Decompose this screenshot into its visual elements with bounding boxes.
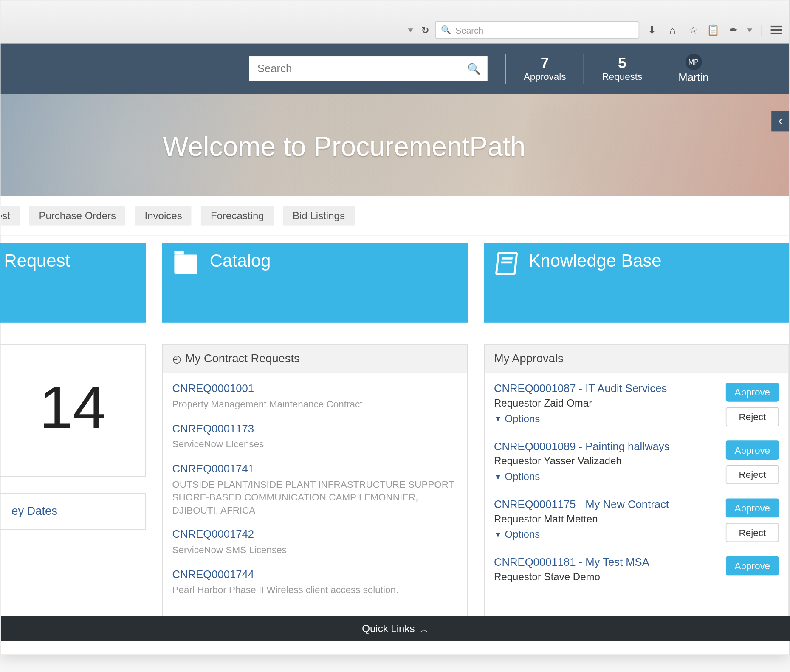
approval-requestor: Requestor Zaid Omar [494, 397, 718, 409]
requests-stat[interactable]: 5 Requests [602, 56, 642, 82]
chevron-up-icon: ︿ [420, 625, 428, 633]
search-button-icon[interactable]: 🔍 [467, 62, 481, 75]
approval-item: CNREQ0001087 - IT Audit Services Request… [494, 383, 779, 424]
key-dates-link[interactable]: ey Dates [0, 493, 146, 530]
request-link[interactable]: CNREQ0001173 [172, 423, 457, 435]
options-toggle[interactable]: ▼ Options [494, 412, 718, 424]
request-link[interactable]: CNREQ0001742 [172, 529, 457, 541]
user-menu[interactable]: MP Martin [678, 54, 708, 84]
reject-button[interactable]: Reject [726, 523, 779, 542]
avatar: MP [686, 54, 702, 70]
approval-item: CNREQ0001175 - My New Contract Requestor… [494, 498, 779, 540]
reject-button[interactable]: Reject [726, 465, 779, 484]
chevron-down-icon: ▼ [494, 529, 502, 539]
approvals-label: Approvals [524, 71, 566, 82]
hamburger-menu-icon[interactable] [769, 23, 784, 37]
extension-dropdown-icon[interactable] [747, 28, 752, 32]
options-toggle[interactable]: ▼ Options [494, 528, 718, 540]
browser-toolbar: ↻ 🔍 Search ⬇ ⌂ ☆ 📋 ✒ | [1, 1, 789, 44]
requests-count: 5 [602, 56, 642, 71]
app-header: 🔍 7 Approvals 5 Requests MP Martin [1, 44, 789, 94]
approval-requestor: Requestor Stave Demo [494, 570, 718, 582]
nav-tab[interactable]: est [1, 206, 20, 225]
folder-icon [174, 255, 198, 274]
quick-links-bar[interactable]: Quick Links ︿ [1, 616, 789, 641]
hero-banner: Welcome to ProcurementPath ‹ [1, 94, 789, 196]
chevron-down-icon: ▼ [494, 414, 502, 423]
approvals-panel: My Approvals CNREQ0001087 - IT Audit Ser… [484, 344, 789, 619]
tile-title: Request [4, 251, 70, 272]
tile-title: Catalog [210, 251, 271, 272]
panel-title: My Contract Requests [185, 352, 300, 366]
panel-header: ◴ My Contract Requests [163, 345, 467, 373]
big-number-card[interactable]: 14 [0, 344, 146, 477]
browser-search-input[interactable]: 🔍 Search [435, 21, 639, 39]
bookmark-star-icon[interactable]: ☆ [686, 23, 700, 37]
collapse-chevron-icon[interactable]: ‹ [771, 111, 789, 131]
list-item: CNREQ0001742 ServiceNow SMS Licenses [172, 529, 457, 557]
header-divider [584, 54, 584, 84]
request-link[interactable]: CNREQ0001001 [172, 383, 457, 395]
reject-button[interactable]: Reject [726, 407, 779, 426]
nav-tabs: est Purchase Orders Invoices Forecasting… [1, 196, 789, 236]
browser-search-placeholder: Search [455, 25, 483, 35]
list-item: CNREQ0001741 OUTSIDE PLANT/INSIDE PLANT … [172, 463, 457, 517]
list-item: CNREQ0001744 Pearl Harbor Phase II Wirel… [172, 569, 457, 597]
panel-header: My Approvals [485, 345, 789, 373]
requests-label: Requests [602, 71, 642, 82]
nav-tab-invoices[interactable]: Invoices [135, 206, 192, 225]
clipboard-icon[interactable]: 📋 [706, 23, 721, 37]
approvals-count: 7 [524, 56, 566, 71]
chevron-down-icon: ▼ [494, 472, 502, 481]
tile-catalog[interactable]: Catalog [162, 243, 468, 323]
request-link[interactable]: CNREQ0001741 [172, 463, 457, 475]
approve-button[interactable]: Approve [726, 498, 779, 517]
approval-link[interactable]: CNREQ0001089 - Painting hallways [494, 440, 669, 452]
history-dropdown-icon[interactable] [408, 28, 413, 32]
approval-item: CNREQ0001089 - Painting hallways Request… [494, 440, 779, 482]
nav-tab-forecasting[interactable]: Forecasting [201, 206, 274, 225]
contract-requests-panel: ◴ My Contract Requests CNREQ0001001 Prop… [162, 344, 468, 619]
approve-button[interactable]: Approve [726, 440, 779, 460]
approvals-stat[interactable]: 7 Approvals [524, 56, 566, 82]
approve-button[interactable]: Approve [726, 556, 779, 576]
reload-icon[interactable]: ↻ [421, 25, 429, 36]
panel-title: My Approvals [494, 352, 564, 366]
request-desc: Pearl Harbor Phase II Wireless client ac… [172, 584, 457, 596]
request-desc: OUTSIDE PLANT/INSIDE PLANT INFRASTRUCTUR… [172, 478, 457, 517]
tile-title: Knowledge Base [529, 251, 662, 272]
approval-requestor: Requestor Matt Metten [494, 513, 718, 524]
options-toggle[interactable]: ▼ Options [494, 471, 718, 482]
list-item: CNREQ0001173 ServiceNow LIcenses [172, 423, 457, 451]
downloads-icon[interactable]: ⬇ [645, 23, 660, 37]
extension-icon[interactable]: ✒ [726, 23, 741, 37]
big-number-value: 14 [40, 373, 106, 440]
tile-knowledge-base[interactable]: Knowledge Base [484, 243, 789, 323]
approval-item: CNREQ0001181 - My Test MSA Requestor Sta… [494, 556, 779, 582]
approval-requestor: Requestor Yasser Valizadeh [494, 455, 718, 466]
search-icon: 🔍 [441, 25, 451, 34]
request-desc: ServiceNow LIcenses [172, 438, 457, 451]
approve-button[interactable]: Approve [726, 383, 779, 402]
user-name: Martin [678, 71, 708, 84]
tile-request[interactable]: Request [0, 243, 146, 323]
list-item: CNREQ0001001 Property Management Mainten… [172, 383, 457, 411]
approval-link[interactable]: CNREQ0001087 - IT Audit Services [494, 383, 667, 394]
quick-links-label: Quick Links [362, 623, 415, 634]
book-icon [495, 252, 518, 275]
nav-tab-bid-listings[interactable]: Bid Listings [283, 206, 355, 225]
header-divider [505, 54, 506, 84]
panels-row: 14 ey Dates ◴ My Contract Requests CNREQ… [1, 323, 789, 619]
tile-row: Request Catalog Knowledge Base [1, 236, 789, 323]
request-link[interactable]: CNREQ0001744 [172, 569, 457, 581]
request-desc: ServiceNow SMS Licenses [172, 544, 457, 556]
request-desc: Property Management Maintenance Contract [172, 398, 457, 410]
approval-link[interactable]: CNREQ0001175 - My New Contract [494, 498, 669, 510]
clock-icon: ◴ [172, 353, 181, 365]
header-divider [660, 54, 661, 84]
home-icon[interactable]: ⌂ [665, 23, 680, 37]
page-title: Welcome to ProcurementPath [163, 131, 525, 162]
nav-tab-purchase-orders[interactable]: Purchase Orders [29, 206, 126, 225]
approval-link[interactable]: CNREQ0001181 - My Test MSA [494, 556, 649, 568]
app-search-input[interactable] [249, 56, 488, 81]
